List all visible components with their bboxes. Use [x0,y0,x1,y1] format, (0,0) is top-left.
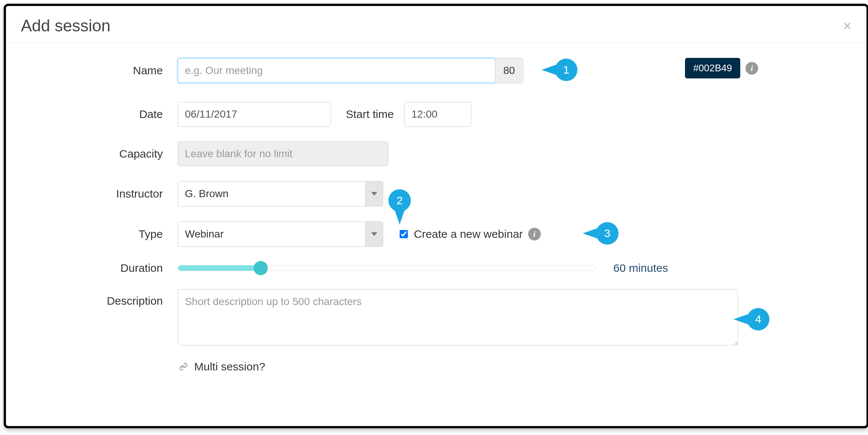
start-time-label: Start time [346,108,394,121]
type-value: Webinar [185,228,224,240]
multi-session-label: Multi session? [194,360,265,373]
link-icon [178,361,189,372]
close-icon[interactable]: × [843,18,852,33]
chevron-down-icon [365,222,383,246]
chevron-down-icon [365,181,383,206]
color-hex-badge[interactable]: #002B49 [685,58,740,78]
callout-pointer [394,209,405,224]
instructor-label: Instructor [21,187,178,200]
info-icon[interactable]: i [528,228,541,240]
callout-4: 4 [747,308,769,330]
type-select[interactable]: Webinar [178,221,383,247]
instructor-value: G. Brown [185,188,229,200]
dialog-body: Name 80 1 #002B49 i [6,43,867,373]
svg-marker-0 [371,192,377,196]
name-input[interactable] [178,58,495,83]
callout-1: 1 [555,59,577,81]
description-textarea[interactable] [178,289,738,345]
duration-value: 60 minutes [613,262,668,274]
description-label: Description [21,289,178,307]
svg-marker-1 [371,232,377,236]
create-webinar-label: Create a new webinar [414,228,523,240]
date-input[interactable] [178,102,331,127]
callout-pointer [542,65,557,75]
callout-2: 2 [388,189,411,212]
capacity-input[interactable] [178,142,388,166]
instructor-select[interactable]: G. Brown [178,181,383,206]
multi-session-link[interactable]: Multi session? [178,360,852,373]
callout-3: 3 [596,222,619,245]
info-icon[interactable]: i [745,62,758,75]
name-label: Name [21,64,178,77]
add-session-dialog: Add session × Name 80 1 #002B49 [4,4,868,428]
start-time-input[interactable] [404,102,471,127]
slider-thumb[interactable] [254,261,268,275]
callout-pointer [583,228,598,239]
dialog-title: Add session [21,16,111,35]
name-char-counter: 80 [495,58,523,83]
dialog-header: Add session × [6,6,867,43]
callout-pointer [734,314,748,324]
slider-fill [178,265,258,271]
duration-label: Duration [21,262,178,274]
duration-slider[interactable] [178,265,595,271]
create-webinar-checkbox[interactable] [400,230,408,238]
capacity-label: Capacity [21,147,178,160]
date-label: Date [21,108,178,121]
type-label: Type [21,228,178,240]
